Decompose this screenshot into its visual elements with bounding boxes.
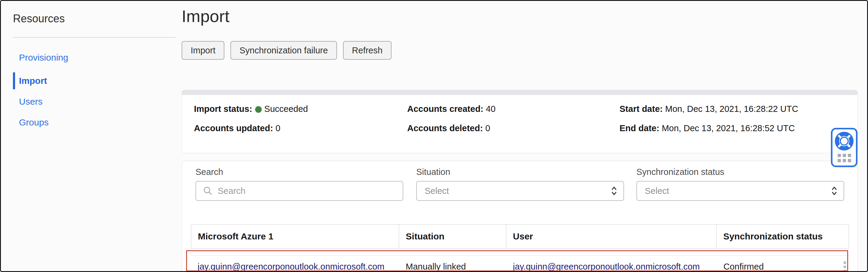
synchronization-status-select-value: Select bbox=[645, 186, 669, 196]
end-date-value: Mon, Dec 13, 2021, 16:28:52 UTC bbox=[662, 123, 795, 133]
import-status-field: Import status:Succeeded bbox=[194, 104, 308, 114]
screen: Resources Provisioning Import Users Grou… bbox=[0, 0, 868, 272]
situation-label: Situation bbox=[416, 167, 450, 177]
accounts-created-field: Accounts created: 40 bbox=[407, 104, 495, 114]
column-header-user: User bbox=[506, 225, 716, 248]
accounts-deleted-field: Accounts deleted: 0 bbox=[407, 123, 490, 133]
chevron-up-down-icon bbox=[830, 186, 839, 196]
column-header-microsoft-azure-1: Microsoft Azure 1 bbox=[191, 225, 399, 248]
sidebar-item-import[interactable]: Import bbox=[1, 72, 47, 89]
table-row: jay.quinn@greencorponoutlook.onmicrosoft… bbox=[191, 255, 849, 272]
import-status-value: Succeeded bbox=[264, 104, 308, 114]
synchronization-status-label: Synchronization status bbox=[637, 167, 724, 177]
row-menu-kebab-icon[interactable] bbox=[842, 260, 847, 272]
sidebar-divider bbox=[13, 37, 176, 38]
search-field[interactable] bbox=[195, 181, 403, 201]
synchronization-status-select[interactable]: Select bbox=[637, 181, 844, 201]
sidebar-item-provisioning[interactable]: Provisioning bbox=[1, 49, 68, 66]
chevron-up-down-icon bbox=[610, 186, 619, 196]
synchronization-status-cell: Confirmed bbox=[723, 262, 764, 272]
help-widget[interactable] bbox=[831, 128, 858, 167]
start-date-field: Start date: Mon, Dec 13, 2021, 16:28:22 … bbox=[620, 104, 798, 114]
situation-select[interactable]: Select bbox=[416, 181, 624, 201]
status-dot-icon bbox=[255, 106, 262, 113]
accounts-created-value: 40 bbox=[486, 104, 495, 114]
sidebar-title: Resources bbox=[13, 12, 65, 25]
filter-table-card: Search Situation Select Synchronization … bbox=[182, 161, 858, 272]
accounts-updated-field: Accounts updated: 0 bbox=[194, 123, 280, 133]
start-date-label: Start date: bbox=[620, 104, 662, 114]
page-title: Import bbox=[182, 6, 229, 26]
column-header-situation: Situation bbox=[399, 225, 506, 248]
search-input[interactable] bbox=[217, 186, 403, 196]
import-status-label: Import status: bbox=[194, 104, 252, 114]
status-card-header-strip bbox=[182, 90, 858, 95]
start-date-value: Mon, Dec 13, 2021, 16:28:22 UTC bbox=[665, 104, 798, 114]
synchronization-failure-button[interactable]: Synchronization failure bbox=[230, 41, 337, 60]
lifebuoy-icon bbox=[835, 132, 854, 152]
search-label: Search bbox=[195, 167, 223, 177]
sidebar: Resources Provisioning Import Users Grou… bbox=[1, 1, 176, 271]
refresh-button[interactable]: Refresh bbox=[343, 41, 392, 60]
situation-cell: Manually linked bbox=[406, 262, 466, 272]
table-header-row: Microsoft Azure 1 Situation User Synchro… bbox=[191, 224, 849, 248]
accounts-created-label: Accounts created: bbox=[407, 104, 484, 114]
situation-select-value: Select bbox=[425, 186, 449, 196]
status-card: Import status:Succeeded Accounts created… bbox=[182, 90, 858, 153]
import-results-table: Microsoft Azure 1 Situation User Synchro… bbox=[191, 224, 849, 272]
sidebar-item-users[interactable]: Users bbox=[1, 93, 42, 110]
end-date-label: End date: bbox=[620, 123, 659, 133]
azure-account-link[interactable]: jay.quinn@greencorponoutlook.onmicrosoft… bbox=[197, 262, 384, 272]
accounts-deleted-value: 0 bbox=[485, 123, 490, 133]
end-date-field: End date: Mon, Dec 13, 2021, 16:28:52 UT… bbox=[620, 123, 795, 133]
toolbar: Import Synchronization failure Refresh bbox=[182, 41, 392, 60]
user-account-link[interactable]: jay.quinn@greencorponoutlook.onmicrosoft… bbox=[513, 262, 700, 272]
import-button[interactable]: Import bbox=[182, 41, 224, 60]
accounts-updated-label: Accounts updated: bbox=[194, 123, 273, 133]
column-header-synchronization-status: Synchronization status bbox=[716, 225, 849, 248]
accounts-deleted-label: Accounts deleted: bbox=[407, 123, 483, 133]
sidebar-item-groups[interactable]: Groups bbox=[1, 114, 49, 131]
drag-handle-grid-icon[interactable] bbox=[838, 154, 851, 162]
search-icon bbox=[203, 186, 213, 196]
accounts-updated-value: 0 bbox=[276, 123, 280, 133]
